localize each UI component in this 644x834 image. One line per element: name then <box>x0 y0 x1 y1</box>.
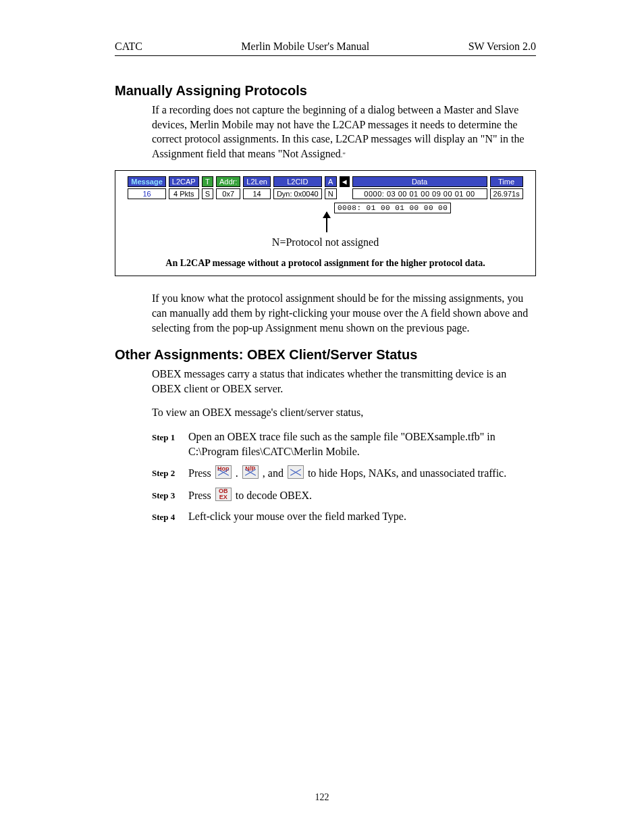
step-3: Step 3 Press OBEX to decode OBEX. <box>152 488 536 503</box>
heading-obex: Other Assignments: OBEX Client/Server St… <box>115 347 536 363</box>
col-addr: Addr: <box>216 176 240 187</box>
step-3-body: Press OBEX to decode OBEX. <box>188 488 536 503</box>
para-manual-1b: ." <box>341 151 346 159</box>
cell-time: 26.971s <box>490 188 523 199</box>
step-2-mid1: . <box>236 467 241 479</box>
para-manual-1a: If a recording does not capture the begi… <box>152 104 524 159</box>
step-2-body: Press Hop . N/P , and to hide Hops, NAKs… <box>188 465 536 481</box>
col-a: A <box>325 176 337 187</box>
para-manual-1: If a recording does not capture the begi… <box>152 103 536 161</box>
col-data: Data <box>352 176 487 187</box>
step-2-mid2: , and <box>263 467 286 479</box>
arrow-up-icon <box>326 212 327 232</box>
hop-icon: Hop <box>215 465 232 479</box>
col-l2cid: L2CID <box>273 176 322 187</box>
step-2: Step 2 Press Hop . N/P , and to hide Hop… <box>152 465 536 481</box>
cell-l2cid: Dyn: 0x0040 <box>273 188 322 199</box>
cell-message: 16 <box>128 188 165 199</box>
trace-table: Message L2CAP T Addr: L2Len L2CID A ◄ Da… <box>125 175 525 201</box>
col-t: T <box>202 176 213 187</box>
page-header: CATC Merlin Mobile User's Manual SW Vers… <box>115 41 536 56</box>
page-number: 122 <box>0 792 644 803</box>
step-1-label: Step 1 <box>152 429 188 444</box>
step-3-label: Step 3 <box>152 488 188 502</box>
cell-l2len: 14 <box>243 188 271 199</box>
step-4-body: Left-click your mouse over the field mar… <box>188 509 536 524</box>
step-3-post: to decode OBEX. <box>236 490 312 501</box>
step-2-pre: Press <box>188 467 214 479</box>
col-l2len: L2Len <box>243 176 271 187</box>
step-4: Step 4 Left-click your mouse over the fi… <box>152 509 536 524</box>
col-l2cap: L2CAP <box>169 176 199 187</box>
cell-data2: 0008: 01 00 01 00 00 00 <box>334 203 451 213</box>
figure-l2cap: Message L2CAP T Addr: L2Len L2CID A ◄ Da… <box>115 170 536 276</box>
para-manual-2: If you know what the protocol assignment… <box>152 291 536 335</box>
heading-manually-assigning: Manually Assigning Protocols <box>115 83 536 99</box>
step-1: Step 1 Open an OBEX trace file such as t… <box>152 429 536 459</box>
step-4-label: Step 4 <box>152 509 188 523</box>
header-center: Merlin Mobile User's Manual <box>241 41 369 53</box>
nak-icon: N/P <box>242 465 259 479</box>
step-3-pre: Press <box>188 490 214 501</box>
step-2-label: Step 2 <box>152 465 188 479</box>
scroll-left-icon: ◄ <box>340 176 350 187</box>
cell-a: N <box>325 188 337 199</box>
step-1-body: Open an OBEX trace file such as the samp… <box>188 429 536 459</box>
col-message: Message <box>128 176 165 187</box>
para-obex-2: To view an OBEX message's client/server … <box>152 405 536 420</box>
obex-icon: OBEX <box>215 488 232 501</box>
figure-caption: An L2CAP message without a protocol assi… <box>119 258 531 269</box>
cell-t: S <box>202 188 213 199</box>
header-right: SW Version 2.0 <box>468 41 536 53</box>
figure-note: N=Protocol not assigned <box>119 236 531 249</box>
header-left: CATC <box>115 41 142 53</box>
cell-addr: 0x7 <box>216 188 240 199</box>
step-2-post: to hide Hops, NAKs, and unassociated tra… <box>308 467 506 479</box>
unassociated-icon <box>288 465 304 479</box>
para-obex-1: OBEX messages carry a status that indica… <box>152 367 536 396</box>
col-time: Time <box>490 176 523 187</box>
cell-data1: 0000: 03 00 01 00 09 00 01 00 <box>352 188 487 199</box>
cell-l2cap: 4 Pkts <box>169 188 199 199</box>
